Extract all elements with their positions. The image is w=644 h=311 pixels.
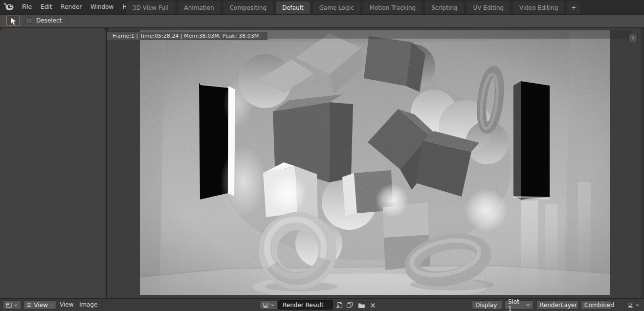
editor-type-icon <box>6 302 12 308</box>
new-image-icon <box>336 302 343 309</box>
chevron-down-icon <box>271 304 274 307</box>
tab-animation[interactable]: Animation <box>178 1 221 14</box>
render-stats-text: Frame:1 | Time:05:28.24 | Mem:38.03M, Pe… <box>107 32 267 40</box>
add-workspace-button[interactable]: + <box>567 1 580 14</box>
deselect-checkbox[interactable] <box>25 17 32 24</box>
image-icon <box>263 302 268 308</box>
image-name-input[interactable] <box>278 300 333 310</box>
display-dropdown[interactable]: Display <box>472 300 502 310</box>
chevron-down-icon <box>50 304 53 307</box>
render-pass-dropdown[interactable]: Combined <box>581 300 612 310</box>
mode-dropdown-label: View <box>34 302 47 309</box>
tweak-tool-cursor-icon <box>9 17 17 25</box>
workspace-tabs: 3D View Full Animation Compositing Defau… <box>126 1 580 14</box>
tab-scripting[interactable]: Scripting <box>425 1 464 14</box>
display-dropdown-label: Display <box>475 302 497 309</box>
left-editor-panel[interactable] <box>0 28 106 298</box>
image-pin-dropdown[interactable] <box>624 300 643 310</box>
editor-right-margin <box>641 28 644 298</box>
image-menu[interactable]: Image <box>79 299 98 311</box>
menu-file[interactable]: File <box>18 0 36 14</box>
deselect-label: Deselect <box>36 15 62 27</box>
slot-dropdown[interactable]: Slot 1 <box>505 300 533 310</box>
menu-bar: File Edit Render Window Help <box>18 0 140 14</box>
render-layer-dropdown-label: RenderLayer <box>540 302 577 309</box>
active-tool-button[interactable] <box>6 16 20 26</box>
editor-type-dropdown[interactable] <box>3 300 21 310</box>
menu-edit[interactable]: Edit <box>36 0 56 14</box>
folder-icon <box>358 302 365 309</box>
render-pass-dropdown-label: Combined <box>584 302 614 309</box>
chevron-down-icon <box>636 304 639 307</box>
duplicate-image-button[interactable] <box>345 301 355 310</box>
tab-uv-editing[interactable]: UV Editing <box>467 1 511 14</box>
open-image-button[interactable] <box>356 301 366 310</box>
duplicate-image-icon <box>346 302 353 309</box>
menu-render[interactable]: Render <box>56 0 86 14</box>
tab-compositing[interactable]: Compositing <box>223 1 273 14</box>
render-result-image <box>140 30 610 295</box>
view-menu[interactable]: View <box>60 299 73 311</box>
render-stats-bar: Frame:1 | Time:05:28.24 | Mem:38.03M, Pe… <box>107 30 631 39</box>
image-browse-dropdown[interactable] <box>260 300 278 310</box>
close-x-icon <box>370 303 376 308</box>
tool-header: Deselect <box>0 14 644 27</box>
tab-default[interactable]: Default <box>276 1 310 14</box>
tab-motion-tracking[interactable]: Motion Tracking <box>363 1 422 14</box>
image-icon <box>628 302 633 308</box>
menu-window[interactable]: Window <box>86 0 118 14</box>
topbar: File Edit Render Window Help 3D View Ful… <box>0 0 644 14</box>
image-icon <box>27 302 31 308</box>
render-layer-dropdown[interactable]: RenderLayer <box>536 300 578 310</box>
image-editor-header: View View Image <box>0 298 644 311</box>
header-separator <box>67 16 67 26</box>
blender-logo-icon <box>3 2 14 12</box>
image-editor-region: Frame:1 | Time:05:28.24 | Mem:38.03M, Pe… <box>107 28 644 298</box>
blender-window: File Edit Render Window Help 3D View Ful… <box>0 0 644 311</box>
mode-dropdown[interactable]: View <box>23 300 56 310</box>
slot-dropdown-label: Slot 1 <box>508 298 524 311</box>
tab-game-logic[interactable]: Game Logic <box>313 1 360 14</box>
new-image-button[interactable] <box>334 301 344 310</box>
chevron-down-icon <box>526 304 530 307</box>
tab-3d-view-full[interactable]: 3D View Full <box>126 1 175 14</box>
unlink-image-button[interactable] <box>368 301 378 310</box>
tab-video-editing[interactable]: Video Editing <box>513 1 564 14</box>
chevron-down-icon <box>14 304 18 307</box>
add-region-button[interactable]: + <box>628 34 638 43</box>
